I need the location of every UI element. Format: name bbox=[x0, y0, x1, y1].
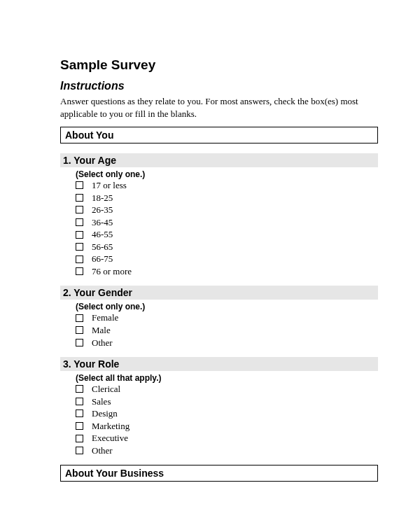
question-hint: (Select only one.) bbox=[76, 169, 378, 179]
checkbox-icon[interactable] bbox=[76, 410, 83, 417]
option-label: 26-35 bbox=[92, 204, 113, 216]
checkbox-icon[interactable] bbox=[76, 218, 83, 226]
checkbox-icon[interactable] bbox=[76, 435, 83, 442]
checkbox-icon[interactable] bbox=[76, 255, 83, 263]
option-row: Marketing bbox=[76, 420, 378, 433]
option-label: Marketing bbox=[92, 420, 130, 433]
survey-page: Sample Survey Instructions Answer questi… bbox=[0, 0, 420, 505]
option-row: 66-75 bbox=[76, 253, 378, 265]
option-row: 26-35 bbox=[76, 204, 378, 216]
checkbox-icon[interactable] bbox=[76, 206, 83, 214]
instructions-heading: Instructions bbox=[60, 80, 378, 92]
question-title: 2. Your Gender bbox=[60, 286, 378, 300]
question-role: 3. Your Role (Select all that apply.) Cl… bbox=[60, 357, 378, 456]
option-label: 76 or more bbox=[92, 265, 132, 278]
question-title: 3. Your Role bbox=[60, 357, 378, 371]
option-label: 46-55 bbox=[92, 228, 113, 241]
checkbox-icon[interactable] bbox=[76, 422, 83, 430]
checkbox-icon[interactable] bbox=[76, 243, 83, 251]
option-row: Executive bbox=[76, 432, 378, 444]
option-row: Clerical bbox=[76, 383, 378, 396]
option-row: Other bbox=[76, 444, 378, 457]
option-label: Sales bbox=[92, 396, 111, 408]
option-row: 56-65 bbox=[76, 241, 378, 253]
section-about-business: About Your Business bbox=[60, 465, 378, 482]
option-row: Female bbox=[76, 312, 378, 324]
question-hint: (Select all that apply.) bbox=[76, 372, 378, 383]
option-label: Executive bbox=[92, 432, 128, 444]
page-title: Sample Survey bbox=[60, 57, 378, 73]
option-row: 36-45 bbox=[76, 216, 378, 229]
option-label: 36-45 bbox=[92, 216, 113, 229]
checkbox-icon[interactable] bbox=[76, 314, 83, 322]
instructions-text: Answer questions as they relate to you. … bbox=[60, 95, 378, 120]
option-label: 66-75 bbox=[92, 253, 113, 265]
option-label: Other bbox=[92, 337, 113, 349]
option-row: Design bbox=[76, 407, 378, 420]
checkbox-icon[interactable] bbox=[76, 447, 83, 454]
checkbox-icon[interactable] bbox=[76, 194, 83, 202]
option-row: 17 or less bbox=[76, 179, 378, 192]
option-row: Male bbox=[76, 324, 378, 337]
checkbox-icon[interactable] bbox=[76, 326, 83, 334]
checkbox-icon[interactable] bbox=[76, 398, 83, 405]
option-label: Male bbox=[92, 324, 111, 337]
option-row: 18-25 bbox=[76, 192, 378, 204]
checkbox-icon[interactable] bbox=[76, 339, 83, 346]
option-label: 18-25 bbox=[92, 192, 113, 204]
option-label: Design bbox=[92, 407, 118, 420]
question-gender: 2. Your Gender (Select only one.) Female… bbox=[60, 286, 378, 349]
option-row: 76 or more bbox=[76, 265, 378, 278]
option-row: Other bbox=[76, 337, 378, 349]
question-age: 1. Your Age (Select only one.) 17 or les… bbox=[60, 153, 378, 277]
option-label: Other bbox=[92, 444, 113, 457]
question-title: 1. Your Age bbox=[60, 153, 378, 167]
option-label: 17 or less bbox=[92, 179, 127, 192]
checkbox-icon[interactable] bbox=[76, 231, 83, 239]
checkbox-icon[interactable] bbox=[76, 267, 83, 275]
option-label: Clerical bbox=[92, 383, 120, 396]
option-row: Sales bbox=[76, 396, 378, 408]
option-label: 56-65 bbox=[92, 241, 113, 253]
section-about-you: About You bbox=[60, 127, 378, 144]
question-hint: (Select only one.) bbox=[76, 301, 378, 312]
checkbox-icon[interactable] bbox=[76, 181, 83, 189]
option-row: 46-55 bbox=[76, 228, 378, 241]
option-label: Female bbox=[92, 312, 118, 324]
checkbox-icon[interactable] bbox=[76, 385, 83, 393]
